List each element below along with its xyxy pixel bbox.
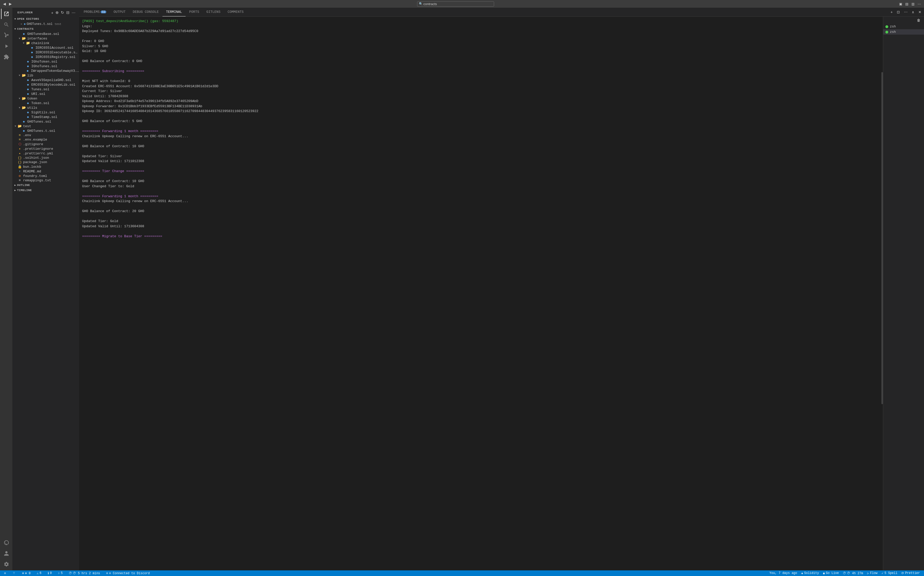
- open-editors-section[interactable]: ▼ OPEN EDITORS: [12, 16, 79, 22]
- tab-label: PROBLEMS: [84, 10, 99, 14]
- refresh-button[interactable]: ↻: [60, 10, 65, 15]
- time-status[interactable]: ⏱ ⏱ 5 hrs 2 mins: [67, 570, 102, 576]
- zsh-session-1[interactable]: ⬤ zsh: [883, 29, 924, 35]
- tab-problems[interactable]: PROBLEMS11: [80, 8, 110, 16]
- tree-item-IWrappedTokenGatewayV3-sol[interactable]: ◆ IWrappedTokenGatewayV3...: [12, 69, 79, 73]
- tree-item-AaveV3SepoliaGHO-sol[interactable]: ◆ AaveV3SepoliaGHO.sol: [12, 78, 79, 82]
- tree-item-foundry-toml[interactable]: ⚙ foundry.toml: [12, 174, 79, 178]
- discord-status[interactable]: ⊙ ⊙ Connected to Discord: [104, 570, 152, 576]
- tree-label: bun.lockb: [23, 165, 41, 169]
- remote-status[interactable]: ⊙: [2, 570, 9, 576]
- warnings-status[interactable]: ⚠ 6: [35, 570, 43, 576]
- flag-status[interactable]: ⚐ 5: [56, 570, 65, 576]
- tree-item-SigUtils-sol[interactable]: ◆ SigUtils.sol: [12, 110, 79, 115]
- customize-button[interactable]: ⋯: [916, 2, 922, 6]
- tree-item-Tunes-sol[interactable]: ◆ Tunes.sol: [12, 87, 79, 91]
- tree-item-lib[interactable]: ▼ 📂 lib: [12, 73, 79, 78]
- errors-status[interactable]: ⊗ ⊗ 0: [20, 570, 33, 576]
- tree-item-TimeStamp-sol[interactable]: ◆ TimeStamp.sol: [12, 115, 79, 119]
- kill-terminal-button[interactable]: 🗑: [915, 18, 922, 23]
- close-icon[interactable]: ✕: [21, 22, 22, 26]
- zsh-session-0[interactable]: ⬤ zsh: [883, 24, 924, 29]
- more-button[interactable]: ⋯: [71, 10, 76, 15]
- tree-item-IERC6551Executable-sol[interactable]: ◆ IERC6551Executable.sol: [12, 50, 79, 54]
- flow-status[interactable]: ▷ Flow: [865, 570, 880, 576]
- tab-terminal[interactable]: TERMINAL: [162, 8, 186, 16]
- tab-debug-console[interactable]: DEBUG CONSOLE: [129, 8, 162, 16]
- terminal-scrollbar[interactable]: [881, 17, 883, 570]
- new-folder-button[interactable]: ⊕: [55, 10, 59, 15]
- search-activity-icon[interactable]: [1, 19, 11, 30]
- back-button[interactable]: ◀: [2, 1, 7, 6]
- tree-item--prettierignore[interactable]: ✦ .prettierignore: [12, 146, 79, 151]
- normal-text: GHO Balance of Contract: 5 GHO: [82, 119, 142, 123]
- file-type-icon: 📁: [26, 41, 30, 45]
- new-file-button[interactable]: +: [51, 10, 54, 15]
- tree-item--prettierrc-yml[interactable]: ✦ .prettierrc.yml: [12, 151, 79, 156]
- tree-item--gitignore[interactable]: ⬡ .gitignore: [12, 142, 79, 146]
- tree-item-utils[interactable]: ▼ 📂 utils: [12, 106, 79, 110]
- tree-item-chainlink[interactable]: ▼ 📁 chainlink: [12, 41, 79, 45]
- forward-button[interactable]: ▶: [8, 1, 13, 6]
- open-editor-item[interactable]: ✕ ◆ GHOTunes.t.sol test: [12, 22, 79, 26]
- terminal-content[interactable]: [PASS] test_depositAndSubscribe() (gas: …: [79, 17, 881, 570]
- separator-text: ========= Forwarding 1 month =========: [82, 194, 158, 198]
- settings-activity-icon[interactable]: [1, 559, 11, 569]
- tree-item-interfaces[interactable]: ▼ 📂 interfaces: [12, 36, 79, 41]
- you-status[interactable]: You, 7 days ago: [767, 570, 799, 576]
- explorer-activity-icon[interactable]: [1, 9, 11, 19]
- chevron-icon: ▼: [18, 97, 22, 100]
- run-activity-icon[interactable]: [1, 41, 11, 51]
- tree-item-GHOTunesBase-sol[interactable]: ◆ GHOTunesBase.sol: [12, 32, 79, 36]
- tab-comments[interactable]: COMMENTS: [224, 8, 247, 16]
- panel-more-button[interactable]: ⋯: [902, 10, 909, 14]
- info-status[interactable]: ℹ 0: [46, 570, 54, 576]
- branch-status[interactable]: ⑂: [11, 570, 18, 576]
- remote-activity-icon[interactable]: [1, 538, 11, 548]
- tree-item-GHOTunes-sol[interactable]: ◆ GHOTunes.sol: [12, 119, 79, 124]
- tree-item-bun-lockb[interactable]: 🔒 bun.lockb: [12, 165, 79, 169]
- extensions-activity-icon[interactable]: [1, 52, 11, 62]
- tree-item-GHOTunes-t-sol[interactable]: ◆ GHOTunes.t.sol: [12, 128, 79, 133]
- tab-ports[interactable]: PORTS: [186, 8, 203, 16]
- spell-status[interactable]: ✓ 5 Spell: [880, 570, 900, 576]
- outline-label: OUTLINE: [17, 184, 30, 187]
- maximize-panel-button[interactable]: ∧: [910, 10, 916, 14]
- tree-item-Token-sol[interactable]: ◆ Token.sol: [12, 101, 79, 106]
- folder-open-icon: 📂: [22, 74, 26, 77]
- tree-item--solhint-json[interactable]: {} .solhint.json: [12, 156, 79, 160]
- layout-sidebar-button[interactable]: ▥: [910, 2, 916, 6]
- time2-status[interactable]: ⏱ ⏱ 4h 27m: [841, 570, 865, 576]
- tree-item-IGhoTunes-sol[interactable]: ◆ IGhoTunes.sol: [12, 64, 79, 69]
- layout-toggle-button[interactable]: ▣: [898, 2, 903, 6]
- tree-item-test[interactable]: ▼ 📂 test: [12, 124, 79, 128]
- timeline-section[interactable]: ▶ TIMELINE: [12, 188, 79, 193]
- tree-item-ERC6551BytecodeLib-sol[interactable]: ◆ ERC6551BytecodeLib.sol: [12, 82, 79, 87]
- source-control-activity-icon[interactable]: [1, 30, 11, 40]
- tree-item-remappings-txt[interactable]: ≡ remappings.txt: [12, 178, 79, 182]
- collapse-button[interactable]: ⊟: [66, 10, 70, 15]
- tree-item--env[interactable]: ≡ .env: [12, 133, 79, 138]
- search-input[interactable]: [417, 1, 494, 7]
- add-terminal-button[interactable]: +: [889, 10, 894, 14]
- tree-item--env-example[interactable]: ≡ .env.example: [12, 138, 79, 142]
- solidity-status[interactable]: ◈ Solidity: [799, 570, 821, 576]
- contracts-section[interactable]: ▼ CONTRACTS: [12, 26, 79, 32]
- tab-gitlens[interactable]: GITLENS: [203, 8, 224, 16]
- layout-panel-button[interactable]: ▤: [904, 2, 910, 6]
- split-terminal-button[interactable]: ⊡: [895, 10, 902, 14]
- tree-item-README-md[interactable]: ⬇ README.md: [12, 169, 79, 174]
- tree-item-token[interactable]: ▼ 📂 token: [12, 96, 79, 101]
- tree-item-IERC6551Account-sol[interactable]: ◆ IERC6551Account.sol: [12, 45, 79, 50]
- close-panel-button[interactable]: ✕: [917, 10, 923, 14]
- go-live-status[interactable]: ◉ Go Live: [821, 570, 841, 576]
- tree-item-IGhoToken-sol[interactable]: ◆ IGhoToken.sol: [12, 59, 79, 64]
- outline-section[interactable]: ▶ OUTLINE: [12, 182, 79, 188]
- accounts-activity-icon[interactable]: [1, 548, 11, 558]
- tree-item-URI-sol[interactable]: ◆ URI.sol: [12, 91, 79, 96]
- tree-item-IERC6551Registry-sol[interactable]: ◆ IERC6551Registry.sol: [12, 54, 79, 59]
- titlebar-nav: ◀ ▶: [2, 1, 13, 6]
- tree-item-package-json[interactable]: {} package.json: [12, 160, 79, 165]
- tab-output[interactable]: OUTPUT: [110, 8, 129, 16]
- prettier-status[interactable]: ⟳ Prettier: [899, 570, 922, 576]
